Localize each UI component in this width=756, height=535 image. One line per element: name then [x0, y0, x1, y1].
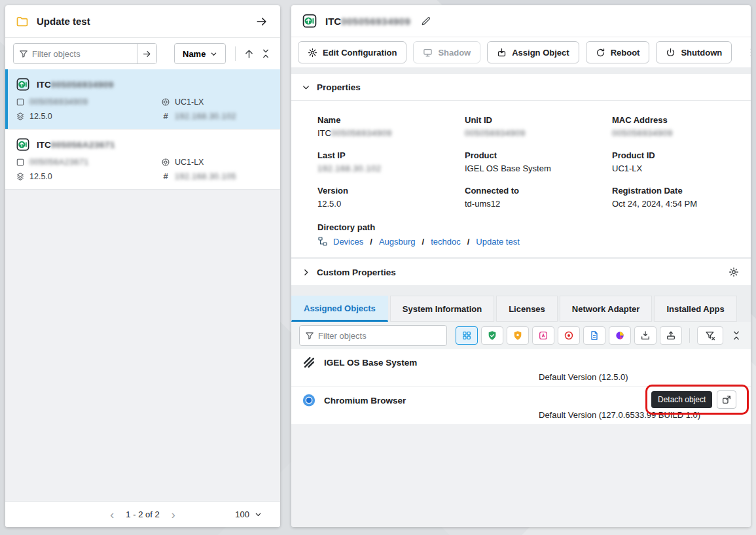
assigned-object-name: IGEL OS Base System	[324, 358, 417, 368]
collapse-list-button[interactable]	[730, 329, 743, 342]
prop-connected-to: Connected to td-ums12	[465, 186, 612, 221]
shadow-button[interactable]: Shadow	[413, 41, 480, 63]
collapse-icon	[261, 48, 271, 59]
filter-type-profiles-button[interactable]	[481, 326, 503, 345]
detach-tooltip: Detach object	[651, 391, 712, 408]
assigned-object-row-1[interactable]: Chromium Browser Default Version (127.0.…	[291, 387, 751, 425]
prop-version: Version 12.5.0	[317, 186, 465, 221]
redacted-text: 005056934909	[341, 16, 410, 27]
redacted-text: 192.168.30.102	[317, 164, 381, 173]
assigned-object-row-0[interactable]: IGEL OS Base System Default Version (12.…	[291, 349, 751, 387]
assigned-filter-input[interactable]	[318, 331, 446, 341]
page-size-value: 100	[235, 509, 249, 519]
prop-name: Name ITC005056934909	[317, 115, 465, 150]
gear-icon	[308, 48, 317, 58]
clear-filters-button[interactable]	[697, 326, 723, 345]
assign-object-button[interactable]: Assign Object	[487, 41, 579, 63]
collapse-icon	[731, 330, 742, 341]
tab-system-information[interactable]: System Information	[390, 296, 494, 322]
page-size-dropdown[interactable]: 100	[235, 509, 262, 519]
shutdown-button[interactable]: Shutdown	[656, 41, 732, 63]
filter-type-export-button[interactable]	[660, 326, 682, 345]
device-version: 12.5.0	[16, 111, 161, 121]
properties-section-header[interactable]: Properties	[291, 74, 751, 101]
divider	[689, 328, 690, 343]
assigned-object-version: Default Version (12.5.0)	[539, 372, 740, 383]
breadcrumb-techdoc[interactable]: techdoc	[431, 237, 461, 247]
collapse-rows-button[interactable]	[259, 47, 272, 60]
detail-header: ITC005056934909	[291, 5, 751, 37]
folder-icon	[16, 15, 29, 28]
prop-mac-address: MAC Address 005056934909	[612, 115, 725, 150]
device-list: ITC005056934909 005056934909 UC1-LX 12.5…	[5, 69, 280, 501]
redacted-text: 005056934909	[29, 97, 88, 107]
device-filter-input[interactable]	[32, 49, 137, 59]
reboot-icon	[596, 48, 605, 58]
more-actions-button[interactable]	[745, 46, 751, 59]
edit-configuration-button[interactable]: Edit Configuration	[298, 41, 406, 63]
device-filter-row: Name	[5, 38, 280, 69]
assigned-object-name: Chromium Browser	[324, 396, 406, 406]
breadcrumb-update-test[interactable]: Update test	[476, 237, 520, 247]
device-icon	[302, 13, 317, 29]
next-page-button[interactable]: ›	[171, 509, 175, 521]
filter-type-files-button[interactable]	[583, 326, 605, 345]
sort-direction-button[interactable]	[242, 47, 256, 61]
device-row-1[interactable]: ITC005056A23671 005056A23671 UC1-LX 12.5…	[5, 129, 280, 190]
edit-name-button[interactable]	[420, 14, 433, 27]
prop-product: Product IGEL OS Base System	[465, 150, 612, 186]
igel-os-icon	[302, 355, 316, 370]
device-name: ITC005056A23671	[37, 140, 115, 150]
pagination-range: 1 - 2 of 2	[126, 509, 159, 519]
filter-type-firmware-button[interactable]	[558, 326, 580, 345]
vertical-dots-icon	[746, 47, 751, 58]
tab-installed-apps[interactable]: Installed Apps	[654, 296, 736, 322]
breadcrumb-augsburg[interactable]: Augsburg	[379, 237, 416, 247]
chevron-down-icon	[302, 83, 310, 92]
device-product-id: UC1-LX	[161, 158, 271, 167]
redacted-text: 192.168.30.102	[175, 112, 236, 121]
redacted-text: 005056A23671	[51, 140, 115, 150]
tab-assigned-objects[interactable]: Assigned Objects	[291, 296, 388, 322]
collapse-panel-button[interactable]	[254, 14, 270, 29]
filter-type-apps-button[interactable]	[532, 326, 554, 345]
breadcrumb-separator: /	[370, 237, 372, 247]
pie-chart-icon	[615, 330, 625, 341]
apply-filter-button[interactable]	[137, 44, 156, 63]
detach-icon	[721, 394, 732, 405]
device-product-id: UC1-LX	[161, 97, 271, 107]
device-unit-id: 005056A23671	[16, 158, 161, 167]
power-icon	[666, 48, 675, 58]
redacted-text: 005056A23671	[29, 158, 89, 167]
reboot-label: Reboot	[611, 48, 640, 58]
cpu-icon	[161, 97, 170, 107]
breadcrumb-devices[interactable]: Devices	[333, 237, 363, 247]
device-icon	[16, 137, 30, 152]
custom-properties-settings-button[interactable]	[727, 266, 740, 279]
custom-properties-header[interactable]: Custom Properties	[291, 259, 751, 285]
prop-directory-path: Directory path Devices / Augsburg / tech…	[317, 222, 725, 247]
previous-page-button[interactable]: ‹	[110, 509, 114, 521]
filter-type-settings-sets-button[interactable]	[609, 326, 631, 345]
tab-network-adapter[interactable]: Network Adapter	[560, 296, 653, 322]
properties-title: Properties	[317, 82, 361, 92]
device-filter-input-wrap	[13, 43, 157, 64]
sort-field-dropdown[interactable]: Name	[174, 43, 226, 64]
device-list-panel: Update test Name	[5, 5, 280, 527]
detach-object-button[interactable]	[717, 390, 736, 409]
assigned-objects-filter-row	[291, 322, 751, 349]
filter-type-all-button[interactable]	[456, 326, 478, 345]
filter-type-import-button[interactable]	[634, 326, 657, 345]
reboot-button[interactable]: Reboot	[586, 41, 650, 63]
arrow-up-icon	[243, 48, 255, 60]
monitor-icon	[423, 48, 433, 58]
filter-type-priority-profiles-button[interactable]	[507, 326, 529, 345]
device-row-0[interactable]: ITC005056934909 005056934909 UC1-LX 12.5…	[5, 69, 280, 129]
gear-icon	[729, 267, 739, 277]
detail-toolbar: Edit Configuration Shadow Assign Object …	[291, 37, 751, 67]
breadcrumb-separator: /	[467, 237, 470, 247]
tab-licenses[interactable]: Licenses	[496, 296, 558, 322]
chevron-right-icon	[302, 268, 310, 277]
redacted-text: 005056934909	[465, 128, 526, 138]
pencil-icon	[421, 16, 431, 26]
